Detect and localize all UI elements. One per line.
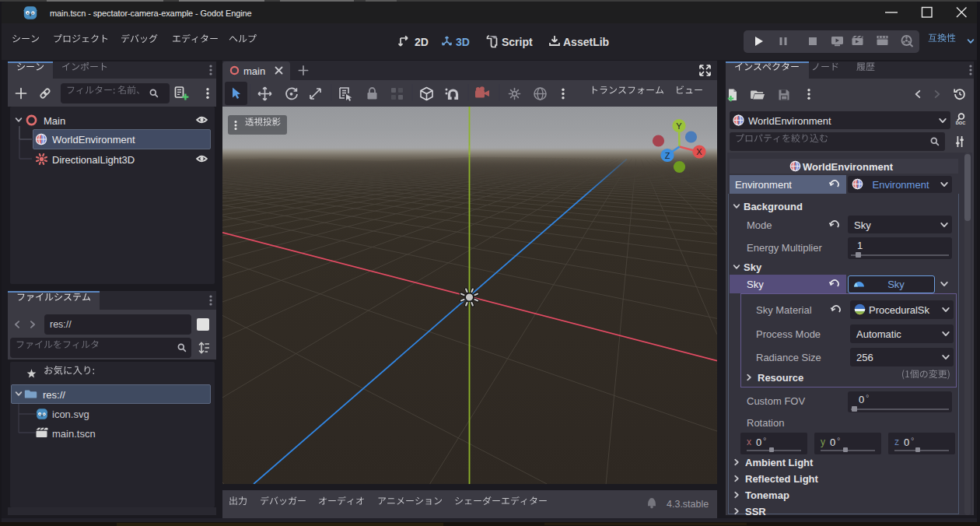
svg-text:X: X xyxy=(696,147,702,156)
svg-text:DOC: DOC xyxy=(956,121,965,125)
svg-text:Y: Y xyxy=(676,121,682,131)
svg-text:Z: Z xyxy=(665,151,670,160)
